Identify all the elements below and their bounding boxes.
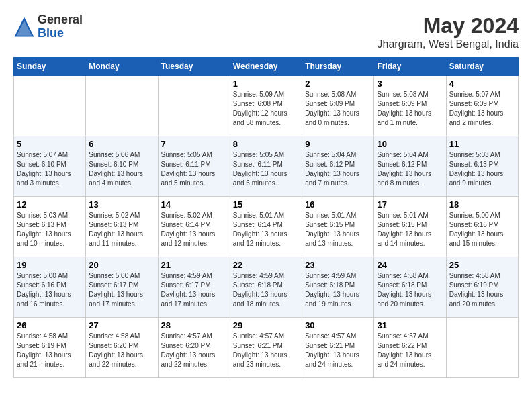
header-day-friday: Friday [374,58,446,76]
day-number: 31 [377,320,443,330]
calendar-header-row: SundayMondayTuesdayWednesdayThursdayFrid… [14,58,519,76]
calendar-cell: 6Sunrise: 5:06 AM Sunset: 6:10 PM Daylig… [86,136,158,197]
logo-general: General [38,13,83,26]
day-info: Sunrise: 4:57 AM Sunset: 6:21 PM Dayligh… [305,332,371,369]
week-row-4: 19Sunrise: 5:00 AM Sunset: 6:16 PM Dayli… [14,257,519,318]
calendar-cell: 2Sunrise: 5:08 AM Sunset: 6:09 PM Daylig… [302,76,374,136]
calendar-cell: 29Sunrise: 4:57 AM Sunset: 6:21 PM Dayli… [230,318,302,378]
main-title: May 2024 [378,13,519,38]
week-row-3: 12Sunrise: 5:03 AM Sunset: 6:13 PM Dayli… [14,197,519,257]
calendar-cell: 27Sunrise: 4:58 AM Sunset: 6:20 PM Dayli… [86,318,158,378]
page-header: General Blue May 2024 Jhargram, West Ben… [13,13,519,50]
day-number: 13 [89,199,154,210]
day-number: 16 [305,199,371,210]
day-info: Sunrise: 4:57 AM Sunset: 6:22 PM Dayligh… [377,332,443,369]
day-info: Sunrise: 5:01 AM Sunset: 6:15 PM Dayligh… [377,211,443,248]
day-info: Sunrise: 5:04 AM Sunset: 6:12 PM Dayligh… [305,150,371,188]
day-number: 1 [233,79,299,89]
calendar-cell: 9Sunrise: 5:04 AM Sunset: 6:12 PM Daylig… [302,136,374,197]
calendar-cell: 20Sunrise: 5:00 AM Sunset: 6:17 PM Dayli… [86,257,158,318]
day-number: 20 [89,260,154,270]
day-number: 24 [377,260,443,270]
header-day-thursday: Thursday [302,58,374,76]
subtitle: Jhargram, West Bengal, India [378,38,519,50]
day-number: 28 [161,320,227,330]
calendar-cell: 23Sunrise: 4:59 AM Sunset: 6:18 PM Dayli… [302,257,374,318]
day-info: Sunrise: 5:02 AM Sunset: 6:13 PM Dayligh… [89,211,154,248]
day-number: 22 [233,260,299,270]
calendar-cell: 17Sunrise: 5:01 AM Sunset: 6:15 PM Dayli… [374,197,446,257]
day-number: 3 [377,79,443,89]
calendar-cell: 8Sunrise: 5:05 AM Sunset: 6:11 PM Daylig… [230,136,302,197]
day-info: Sunrise: 5:02 AM Sunset: 6:14 PM Dayligh… [161,211,227,248]
day-number: 27 [89,320,154,330]
header-day-tuesday: Tuesday [158,58,230,76]
day-number: 26 [17,320,83,330]
day-info: Sunrise: 5:03 AM Sunset: 6:13 PM Dayligh… [17,211,83,248]
day-number: 19 [17,260,83,270]
day-info: Sunrise: 4:58 AM Sunset: 6:19 PM Dayligh… [449,271,515,309]
day-number: 9 [305,139,371,149]
calendar-cell: 31Sunrise: 4:57 AM Sunset: 6:22 PM Dayli… [374,318,446,378]
calendar-cell [14,76,86,136]
calendar-cell [158,76,230,136]
calendar-cell: 10Sunrise: 5:04 AM Sunset: 6:12 PM Dayli… [374,136,446,197]
day-info: Sunrise: 5:07 AM Sunset: 6:09 PM Dayligh… [449,90,515,128]
calendar-cell: 1Sunrise: 5:09 AM Sunset: 6:08 PM Daylig… [230,76,302,136]
logo-text: General Blue [38,13,83,40]
calendar-cell [86,76,158,136]
calendar-cell: 11Sunrise: 5:03 AM Sunset: 6:13 PM Dayli… [446,136,518,197]
day-info: Sunrise: 4:57 AM Sunset: 6:20 PM Dayligh… [161,332,227,369]
day-info: Sunrise: 5:05 AM Sunset: 6:11 PM Dayligh… [233,150,299,188]
day-number: 7 [161,139,227,149]
header-day-saturday: Saturday [446,58,518,76]
calendar-cell: 16Sunrise: 5:01 AM Sunset: 6:15 PM Dayli… [302,197,374,257]
day-info: Sunrise: 5:01 AM Sunset: 6:14 PM Dayligh… [233,211,299,248]
week-row-1: 1Sunrise: 5:09 AM Sunset: 6:08 PM Daylig… [14,76,519,136]
calendar-cell: 28Sunrise: 4:57 AM Sunset: 6:20 PM Dayli… [158,318,230,378]
day-info: Sunrise: 5:05 AM Sunset: 6:11 PM Dayligh… [161,150,227,188]
day-info: Sunrise: 5:08 AM Sunset: 6:09 PM Dayligh… [377,90,443,128]
calendar-cell: 7Sunrise: 5:05 AM Sunset: 6:11 PM Daylig… [158,136,230,197]
calendar-table: SundayMondayTuesdayWednesdayThursdayFrid… [13,57,519,378]
day-info: Sunrise: 5:06 AM Sunset: 6:10 PM Dayligh… [89,150,154,188]
day-info: Sunrise: 5:07 AM Sunset: 6:10 PM Dayligh… [17,150,83,188]
calendar-cell: 4Sunrise: 5:07 AM Sunset: 6:09 PM Daylig… [446,76,518,136]
day-info: Sunrise: 4:57 AM Sunset: 6:21 PM Dayligh… [233,332,299,369]
logo-blue: Blue [38,26,64,40]
day-info: Sunrise: 5:03 AM Sunset: 6:13 PM Dayligh… [449,150,515,188]
day-info: Sunrise: 5:00 AM Sunset: 6:16 PM Dayligh… [17,271,83,309]
logo-icon [13,16,35,38]
calendar-cell: 3Sunrise: 5:08 AM Sunset: 6:09 PM Daylig… [374,76,446,136]
day-number: 25 [449,260,515,270]
day-number: 2 [305,79,371,89]
title-block: May 2024 Jhargram, West Bengal, India [378,13,519,50]
week-row-5: 26Sunrise: 4:58 AM Sunset: 6:19 PM Dayli… [14,318,519,378]
day-number: 18 [449,199,515,210]
day-info: Sunrise: 5:00 AM Sunset: 6:17 PM Dayligh… [89,271,154,309]
header-day-sunday: Sunday [14,58,86,76]
day-info: Sunrise: 4:59 AM Sunset: 6:18 PM Dayligh… [233,271,299,309]
day-number: 14 [161,199,227,210]
calendar-cell: 14Sunrise: 5:02 AM Sunset: 6:14 PM Dayli… [158,197,230,257]
calendar-cell: 19Sunrise: 5:00 AM Sunset: 6:16 PM Dayli… [14,257,86,318]
logo: General Blue [13,13,83,40]
header-day-monday: Monday [86,58,158,76]
calendar-cell: 5Sunrise: 5:07 AM Sunset: 6:10 PM Daylig… [14,136,86,197]
day-number: 6 [89,139,154,149]
day-number: 21 [161,260,227,270]
day-info: Sunrise: 5:01 AM Sunset: 6:15 PM Dayligh… [305,211,371,248]
day-number: 4 [449,79,515,89]
day-info: Sunrise: 5:04 AM Sunset: 6:12 PM Dayligh… [377,150,443,188]
day-info: Sunrise: 4:59 AM Sunset: 6:17 PM Dayligh… [161,271,227,309]
day-number: 11 [449,139,515,149]
calendar-cell: 22Sunrise: 4:59 AM Sunset: 6:18 PM Dayli… [230,257,302,318]
day-number: 23 [305,260,371,270]
calendar-cell: 18Sunrise: 5:00 AM Sunset: 6:16 PM Dayli… [446,197,518,257]
week-row-2: 5Sunrise: 5:07 AM Sunset: 6:10 PM Daylig… [14,136,519,197]
day-number: 30 [305,320,371,330]
day-info: Sunrise: 5:09 AM Sunset: 6:08 PM Dayligh… [233,90,299,128]
calendar-cell: 12Sunrise: 5:03 AM Sunset: 6:13 PM Dayli… [14,197,86,257]
day-info: Sunrise: 5:00 AM Sunset: 6:16 PM Dayligh… [449,211,515,248]
calendar-cell: 24Sunrise: 4:58 AM Sunset: 6:18 PM Dayli… [374,257,446,318]
